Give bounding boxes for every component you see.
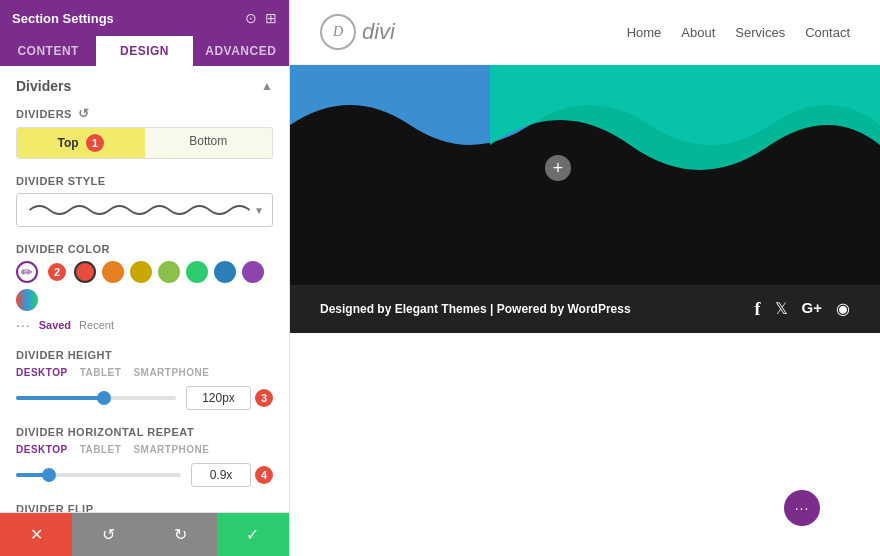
- dividers-section-title: Dividers ▲: [16, 78, 273, 94]
- height-desktop-tab[interactable]: DESKTOP: [16, 367, 68, 378]
- dividers-field-label: Dividers ↺: [16, 106, 273, 121]
- badge-2: 2: [48, 263, 66, 281]
- repeat-smartphone-tab[interactable]: SMARTPHONE: [133, 444, 209, 455]
- divider-repeat-label: Divider Horizontal Repeat: [16, 426, 273, 438]
- repeat-slider-row: 4: [16, 463, 273, 487]
- divider-height-label: Divider Height: [16, 349, 273, 361]
- badge-3: 3: [255, 389, 273, 407]
- panel-content: Dividers ▲ Dividers ↺ Top 1 Bottom Divi: [0, 66, 289, 512]
- logo-circle: D: [320, 14, 356, 50]
- section-title-left: Dividers: [16, 78, 71, 94]
- floating-options-btn[interactable]: ···: [784, 490, 820, 526]
- redo-icon: ↻: [174, 525, 187, 544]
- color-swatch-purple[interactable]: [242, 261, 264, 283]
- nav-contact[interactable]: Contact: [805, 25, 850, 40]
- height-input[interactable]: [186, 386, 251, 410]
- panel-header: Section Settings ⊙ ⊞: [0, 0, 289, 36]
- height-slider-fill: [16, 396, 104, 400]
- cancel-button[interactable]: ✕: [0, 513, 72, 556]
- footer-text-pre: Designed by: [320, 302, 395, 316]
- divider-flip-group: Divider Flip ⇔ ⇕ 5: [16, 503, 273, 512]
- color-swatch-green[interactable]: [186, 261, 208, 283]
- divider-flip-label: Divider Flip: [16, 503, 273, 512]
- nav-services[interactable]: Services: [735, 25, 785, 40]
- dividers-label: Dividers: [16, 78, 71, 94]
- site-logo: D divi: [320, 14, 395, 50]
- height-slider-track[interactable]: [16, 396, 176, 400]
- height-smartphone-tab[interactable]: SMARTPHONE: [133, 367, 209, 378]
- site-nav: Home About Services Contact: [627, 25, 850, 40]
- settings-icon[interactable]: ⊙: [245, 10, 257, 26]
- site-preview: D divi Home About Services Contact: [290, 0, 880, 556]
- site-header: D divi Home About Services Contact: [290, 0, 880, 65]
- settings-panel: Section Settings ⊙ ⊞ Content Design Adva…: [0, 0, 290, 556]
- tab-content[interactable]: Content: [0, 36, 96, 66]
- divider-style-group: Divider Style ▼: [16, 175, 273, 227]
- color-gradient-btn[interactable]: [16, 289, 38, 311]
- panel-header-icons: ⊙ ⊞: [245, 10, 277, 26]
- color-swatch-yellow[interactable]: [130, 261, 152, 283]
- nav-home[interactable]: Home: [627, 25, 662, 40]
- color-tab-recent[interactable]: Recent: [79, 319, 114, 331]
- repeat-slider-track[interactable]: [16, 473, 181, 477]
- facebook-icon[interactable]: f: [755, 299, 761, 320]
- color-tab-saved[interactable]: Saved: [39, 319, 71, 331]
- footer-text-mid: | Powered by: [487, 302, 568, 316]
- dots-icon[interactable]: ···: [16, 317, 31, 333]
- color-swatch-blue[interactable]: [74, 261, 96, 283]
- site-footer-bar: Designed by Elegant Themes | Powered by …: [290, 285, 880, 333]
- rss-icon[interactable]: ◉: [836, 299, 850, 320]
- white-content-area: ···: [290, 333, 880, 556]
- eyedropper-icon: ✏: [21, 264, 33, 280]
- divider-style-preview[interactable]: ▼: [16, 193, 273, 227]
- top-toggle-btn[interactable]: Top 1: [17, 128, 145, 158]
- add-section-btn[interactable]: +: [545, 155, 571, 181]
- nav-about[interactable]: About: [681, 25, 715, 40]
- dividers-toggle-group: Dividers ↺ Top 1 Bottom: [16, 106, 273, 159]
- dividers-label-text: Dividers: [16, 108, 72, 120]
- cancel-icon: ✕: [30, 525, 43, 544]
- divider-style-arrow: ▼: [254, 205, 264, 216]
- save-button[interactable]: ✓: [217, 513, 289, 556]
- repeat-tablet-tab[interactable]: TABLET: [80, 444, 122, 455]
- tab-advanced[interactable]: Advanced: [193, 36, 289, 66]
- divider-color-label: Divider Color: [16, 243, 273, 255]
- eyedropper-btn[interactable]: ✏: [16, 261, 38, 283]
- height-device-tabs: DESKTOP TABLET SMARTPHONE: [16, 367, 273, 378]
- footer-brand1: Elegant Themes: [395, 302, 487, 316]
- grid-icon[interactable]: ⊞: [265, 10, 277, 26]
- top-bottom-toggle: Top 1 Bottom: [16, 127, 273, 159]
- height-slider-thumb[interactable]: [97, 391, 111, 405]
- height-tablet-tab[interactable]: TABLET: [80, 367, 122, 378]
- twitter-icon[interactable]: 𝕏: [775, 299, 788, 320]
- color-swatches: ✏ 2: [16, 261, 273, 311]
- googleplus-icon[interactable]: G+: [802, 299, 822, 320]
- repeat-desktop-tab[interactable]: DESKTOP: [16, 444, 68, 455]
- repeat-slider-thumb[interactable]: [42, 468, 56, 482]
- divider-repeat-group: Divider Horizontal Repeat DESKTOP TABLET…: [16, 426, 273, 487]
- redo-button[interactable]: ↻: [145, 513, 217, 556]
- bottom-toggle-btn[interactable]: Bottom: [145, 128, 273, 158]
- color-swatch-blue-dark[interactable]: [214, 261, 236, 283]
- logo-name: divi: [362, 19, 395, 45]
- badge-1: 1: [86, 134, 104, 152]
- repeat-input-wrapper: 4: [191, 463, 273, 487]
- reset-button[interactable]: ↺: [72, 513, 144, 556]
- panel-tabs: Content Design Advanced: [0, 36, 289, 66]
- footer-brand2: WordPress: [567, 302, 630, 316]
- color-swatch-green-light[interactable]: [158, 261, 180, 283]
- wave-section: +: [290, 65, 880, 285]
- panel-title: Section Settings: [12, 11, 114, 26]
- tab-design[interactable]: Design: [96, 36, 192, 66]
- repeat-input[interactable]: [191, 463, 251, 487]
- repeat-device-tabs: DESKTOP TABLET SMARTPHONE: [16, 444, 273, 455]
- reset-dividers-icon[interactable]: ↺: [78, 106, 90, 121]
- badge-4: 4: [255, 466, 273, 484]
- panel-footer: ✕ ↺ ↻ ✓: [0, 512, 289, 556]
- color-swatch-orange[interactable]: [102, 261, 124, 283]
- divider-style-label: Divider Style: [16, 175, 273, 187]
- footer-social-icons: f 𝕏 G+ ◉: [755, 299, 850, 320]
- divider-height-group: Divider Height DESKTOP TABLET SMARTPHONE…: [16, 349, 273, 410]
- collapse-icon[interactable]: ▲: [261, 79, 273, 93]
- logo-letter: D: [333, 24, 343, 40]
